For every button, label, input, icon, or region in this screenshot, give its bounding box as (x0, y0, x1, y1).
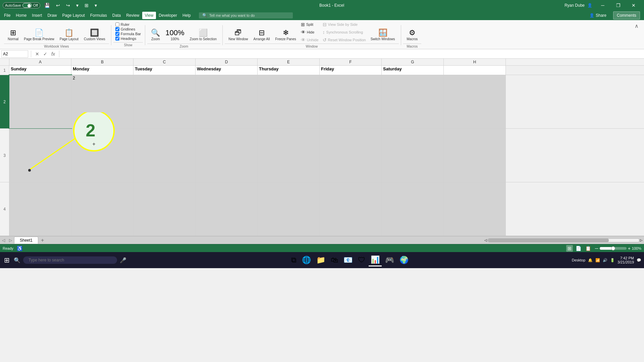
cell-b3[interactable] (71, 129, 133, 182)
cell-f3[interactable] (320, 129, 382, 182)
scroll-right-tab-button[interactable]: ▷ (7, 238, 14, 243)
store-icon[interactable]: 🛍 (329, 254, 340, 266)
cell-f1[interactable]: Friday (320, 66, 382, 75)
cell-e3[interactable] (258, 129, 320, 182)
cell-g2[interactable] (382, 75, 444, 128)
search-button-taskbar[interactable]: 🔍 (12, 256, 22, 265)
excel-taskbar-icon[interactable]: 📊 (369, 254, 382, 266)
chrome-icon[interactable]: 🌍 (397, 254, 411, 266)
headings-checkbox[interactable]: Headings (115, 36, 142, 41)
col-header-d[interactable]: D (196, 59, 258, 65)
ribbon-collapse-button[interactable]: ∧ (633, 21, 640, 31)
share-button[interactable]: 👤 Share (585, 12, 610, 19)
zoom-100-button[interactable]: 100% 100% (163, 22, 186, 42)
zoom-out-button[interactable]: ─ (595, 246, 598, 251)
menu-file[interactable]: File (1, 12, 13, 19)
close-button[interactable]: ✕ (626, 0, 641, 11)
taskbar-search-input[interactable] (23, 256, 117, 264)
ruler-checkbox[interactable]: Ruler (115, 22, 142, 27)
sheet-tab-1[interactable]: Sheet1 (14, 237, 38, 244)
menu-home[interactable]: Home (13, 12, 29, 19)
col-header-b[interactable]: B (71, 59, 133, 65)
antivirus-icon[interactable]: 🛡 (356, 254, 367, 266)
split-button[interactable]: ⊞ Split (299, 21, 320, 28)
autosave-badge[interactable]: AutoSave Off (3, 2, 40, 8)
cell-c4[interactable] (133, 182, 196, 236)
cell-f4[interactable] (320, 182, 382, 236)
menu-help[interactable]: Help (180, 12, 194, 19)
cell-g1[interactable]: Saturday (382, 66, 444, 75)
minimize-button[interactable]: ─ (595, 0, 610, 11)
zoom-in-button[interactable]: + (628, 246, 631, 251)
formula-input[interactable] (62, 50, 643, 58)
menu-draw[interactable]: Draw (45, 12, 59, 19)
page-layout-button[interactable]: 📋 Page Layout (57, 22, 81, 42)
formula-bar-checkbox[interactable]: Formula Bar (115, 32, 142, 36)
cell-a4[interactable] (9, 182, 71, 236)
col-header-g[interactable]: G (382, 59, 444, 65)
reset-window-button[interactable]: ↺ Reset Window Position (321, 36, 368, 44)
page-break-status-button[interactable]: 📋 (584, 245, 592, 252)
macros-button[interactable]: ⚙ Macros (405, 22, 420, 42)
cell-e2[interactable] (258, 75, 320, 128)
menu-pagelayout[interactable]: Page Layout (59, 12, 87, 19)
col-header-e[interactable]: E (258, 59, 320, 65)
normal-view-status-button[interactable]: ⊞ (566, 245, 573, 252)
menu-view[interactable]: View (142, 12, 156, 19)
battery-icon[interactable]: 🔋 (610, 258, 615, 262)
redo-button[interactable]: ↪ (64, 2, 72, 9)
autosave-toggle[interactable] (22, 3, 32, 8)
switch-windows-button[interactable]: 🪟 Switch Windows (368, 22, 397, 42)
tell-me-bar[interactable]: 🔍 Tell me what you want to do (199, 12, 293, 18)
col-header-c[interactable]: C (133, 59, 196, 65)
arrange-all-button[interactable]: ⊟ Arrange All (251, 22, 272, 42)
new-window-button[interactable]: 🗗 New Window (226, 22, 250, 42)
cell-b1[interactable]: Monday (71, 66, 133, 75)
comments-button[interactable]: Comments (613, 11, 640, 19)
formula-bar-check[interactable] (115, 32, 119, 36)
zoom-selection-button[interactable]: ⬜ Zoom to Selection (187, 22, 219, 42)
cell-d3[interactable] (196, 129, 258, 182)
name-box[interactable] (1, 50, 28, 58)
hide-button[interactable]: 👁 Hide (299, 28, 320, 36)
unhide-button[interactable]: 👁 Unhide (299, 36, 320, 44)
customize-more-button[interactable]: ▾ (93, 2, 99, 9)
start-button[interactable]: ⊞ (3, 255, 11, 265)
cell-d1[interactable]: Wednesday (196, 66, 258, 75)
volume-icon[interactable]: 🔊 (603, 258, 607, 262)
normal-view-button[interactable]: ⊞ Normal (5, 22, 21, 42)
view-side-by-side-button[interactable]: ⊟ View Side by Side (321, 21, 368, 28)
zoom-slider[interactable] (600, 247, 627, 250)
notifications-icon[interactable]: 🔔 (588, 258, 593, 262)
scroll-left-tab-button[interactable]: ◁ (0, 238, 7, 243)
view-accessibility-button[interactable]: ♿ (16, 245, 23, 252)
scroll-left-button[interactable]: ◁ (484, 238, 487, 242)
cell-c3[interactable] (133, 129, 196, 182)
cell-h4[interactable] (444, 182, 506, 236)
horizontal-scrollbar[interactable] (488, 238, 639, 242)
notification-center-icon[interactable]: 💬 (637, 258, 641, 262)
app7-icon[interactable]: 🎮 (383, 254, 396, 266)
run-macro-button[interactable]: ⊞ (83, 2, 91, 9)
customize-qat-button[interactable]: ▾ (74, 2, 80, 9)
restore-button[interactable]: ❐ (610, 0, 626, 11)
ruler-check[interactable] (115, 22, 119, 26)
menu-data[interactable]: Data (110, 12, 123, 19)
menu-insert[interactable]: Insert (29, 12, 45, 19)
col-header-f[interactable]: F (320, 59, 382, 65)
task-view-icon[interactable]: ⧉ (289, 254, 299, 266)
col-header-h[interactable]: H (444, 59, 506, 65)
network-icon[interactable]: 📶 (595, 258, 600, 262)
confirm-formula-button[interactable]: ✓ (42, 51, 49, 57)
scroll-right-button[interactable]: ▷ (640, 238, 643, 242)
menu-developer[interactable]: Developer (156, 12, 180, 19)
undo-button[interactable]: ↩ (54, 2, 62, 9)
cell-h3[interactable] (444, 129, 506, 182)
cell-b4[interactable] (71, 182, 133, 236)
custom-views-button[interactable]: 🔲 Custom Views (82, 22, 108, 42)
menu-review[interactable]: Review (123, 12, 142, 19)
gridlines-check[interactable] (115, 27, 119, 31)
cell-c2[interactable] (133, 75, 196, 128)
cell-b2[interactable]: 2 (71, 75, 133, 128)
gridlines-checkbox[interactable]: Gridlines (115, 27, 142, 32)
